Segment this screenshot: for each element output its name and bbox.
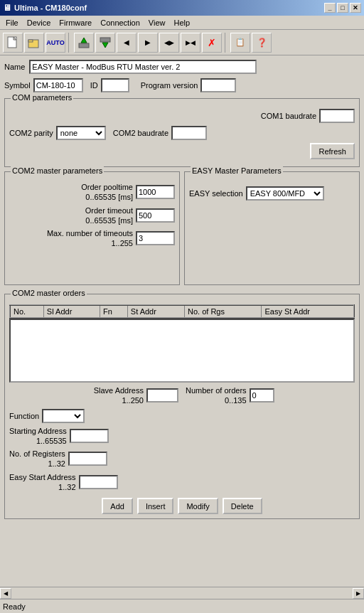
menu-file[interactable]: File <box>1 17 23 28</box>
slave-address-input[interactable] <box>146 388 178 403</box>
number-orders-label: Number of orders0..135 <box>186 385 247 406</box>
com-parameters-title: COM parameters <box>11 93 73 102</box>
function-label: Function <box>9 412 39 420</box>
program-version-input[interactable] <box>200 78 236 92</box>
close-button[interactable]: ✕ <box>350 3 361 13</box>
slave-address-label: Slave Address1..250 <box>94 385 144 406</box>
insert-button[interactable]: Insert <box>137 498 174 514</box>
col-easy-st-addr: Easy St Addr <box>262 305 354 318</box>
hscroll-left-button[interactable]: ◀ <box>0 588 11 599</box>
svg-marker-5 <box>81 38 87 43</box>
easy-selection-row: EASY selection EASY 800/MFD EASY 400 EAS… <box>189 186 355 201</box>
com1-baudrate-row: COM1 baudrate <box>9 109 355 123</box>
com2-row: COM2 parity none odd even COM2 baudrate <box>9 126 355 140</box>
com1-baudrate-label: COM1 baudrate <box>261 112 316 120</box>
svg-rect-3 <box>28 40 33 42</box>
com1-baudrate-input[interactable] <box>319 109 355 123</box>
symbol-row: Symbol ID Program version <box>4 78 360 92</box>
col-st-addr: St Addr <box>127 305 184 318</box>
menu-device[interactable]: Device <box>23 17 55 28</box>
transfer-left-button[interactable]: ◀ <box>117 33 136 53</box>
stop-button[interactable]: ✗ <box>202 33 222 53</box>
com2-orders-title: COM2 master orders <box>11 289 87 297</box>
easy-start-address-input[interactable] <box>79 475 118 489</box>
com2-master-title: COM2 master parameters <box>11 166 104 175</box>
status-bar: Ready <box>0 599 364 613</box>
toolbar-sep-1 <box>68 33 71 53</box>
menu-connection[interactable]: Connection <box>96 17 144 28</box>
function-select[interactable] <box>42 409 85 423</box>
download-pc-button[interactable] <box>95 33 115 53</box>
menu-firmware[interactable]: Firmware <box>55 17 96 28</box>
order-timeout-input[interactable] <box>136 208 175 223</box>
slave-number-row: Slave Address1..250 Number of orders0..1… <box>9 385 355 406</box>
svg-rect-6 <box>100 38 110 42</box>
hscroll-track <box>11 588 353 599</box>
max-timeouts-label: Max. number of timeouts1..255 <box>9 228 133 249</box>
com2-baudrate-input[interactable] <box>171 126 207 140</box>
minimize-button[interactable]: _ <box>324 3 336 13</box>
hscroll-right-button[interactable]: ▶ <box>353 588 364 599</box>
col-sl-addr: Sl Addr <box>43 305 100 318</box>
menu-help[interactable]: Help <box>170 17 195 28</box>
col-no-rgs: No. of Rgs <box>184 305 261 318</box>
easy-selection-select[interactable]: EASY 800/MFD EASY 400 EASY 700 <box>246 186 324 201</box>
upload-pc-button[interactable] <box>74 33 94 53</box>
maximize-button[interactable]: □ <box>337 3 348 13</box>
com2-parity-label: COM2 parity <box>9 129 53 137</box>
hscrollbar[interactable]: ◀ ▶ <box>0 587 364 599</box>
delete-button[interactable]: Delete <box>223 498 262 514</box>
easy-master-group: EASY Master Parameters EASY selection EA… <box>184 171 360 285</box>
orders-table: No. Sl Addr Fn St Addr No. of Rgs Easy S… <box>9 304 355 319</box>
symbol-input[interactable] <box>33 78 83 92</box>
slave-address-col: Slave Address1..250 <box>9 385 178 406</box>
order-pooltime-label: Order pooltime0..65535 [ms] <box>9 182 133 203</box>
easy-start-address-row: Easy Start Address1..32 <box>9 472 355 493</box>
com2-master-group: COM2 master parameters Order pooltime0..… <box>4 171 180 285</box>
compare-lr-button[interactable]: ◀▶ <box>159 33 179 53</box>
title-bar-icon: 🖥 <box>3 3 11 13</box>
easy-selection-label: EASY selection <box>189 189 243 198</box>
open-button[interactable] <box>24 33 44 53</box>
refresh-row: Refresh <box>9 143 355 159</box>
title-bar-text: Ultima - CM180conf <box>14 4 87 12</box>
starting-address-input[interactable] <box>70 429 109 443</box>
toolbar: AUTO ◀ ▶ ◀▶ ▶◀ ✗ 📋 ❓ <box>0 30 364 55</box>
number-orders-col: Number of orders0..135 <box>186 385 355 406</box>
main-content: Name Symbol ID Program version COM param… <box>0 55 364 599</box>
number-orders-input[interactable] <box>250 388 274 403</box>
menu-view[interactable]: View <box>144 17 170 28</box>
svg-rect-4 <box>79 43 89 48</box>
order-pooltime-input[interactable] <box>136 185 175 199</box>
order-pooltime-row: Order pooltime0..65535 [ms] Order timeou… <box>9 182 175 249</box>
no-registers-input[interactable] <box>68 452 107 466</box>
function-row: Function <box>9 409 355 423</box>
name-input[interactable] <box>29 60 257 74</box>
modify-button[interactable]: Modify <box>178 498 218 514</box>
menu-bar: File Device Firmware Connection View Hel… <box>0 16 364 30</box>
col-no: No. <box>10 305 43 318</box>
name-row: Name <box>4 60 360 74</box>
compare-rl-button[interactable]: ▶◀ <box>181 33 200 53</box>
program-version-label: Program version <box>141 81 198 90</box>
action-buttons-row: Add Insert Modify Delete <box>9 498 355 514</box>
starting-address-label: Starting Address1..65535 <box>9 426 67 447</box>
max-timeouts-input[interactable] <box>136 231 175 245</box>
add-button[interactable]: Add <box>102 498 133 514</box>
monitor-button[interactable]: 📋 <box>230 33 250 53</box>
new-button[interactable] <box>3 33 23 53</box>
orders-table-body[interactable] <box>9 319 355 383</box>
com2-parity-select[interactable]: none odd even <box>56 126 106 140</box>
help-button[interactable]: ❓ <box>252 33 272 53</box>
com2-orders-group: COM2 master orders No. Sl Addr Fn St Add… <box>4 294 360 519</box>
symbol-label: Symbol <box>4 81 31 90</box>
status-text: Ready <box>3 602 26 611</box>
easy-master-title: EASY Master Parameters <box>191 166 283 175</box>
auto-button[interactable]: AUTO <box>46 33 65 53</box>
refresh-button[interactable]: Refresh <box>310 143 355 159</box>
no-registers-label: No. of Registers1..32 <box>9 449 65 469</box>
com-parameters-group: COM parameters COM1 baudrate COM2 parity… <box>4 98 360 167</box>
toolbar-sep-2 <box>225 33 228 53</box>
transfer-right-button[interactable]: ▶ <box>138 33 158 53</box>
id-input[interactable] <box>101 78 129 92</box>
